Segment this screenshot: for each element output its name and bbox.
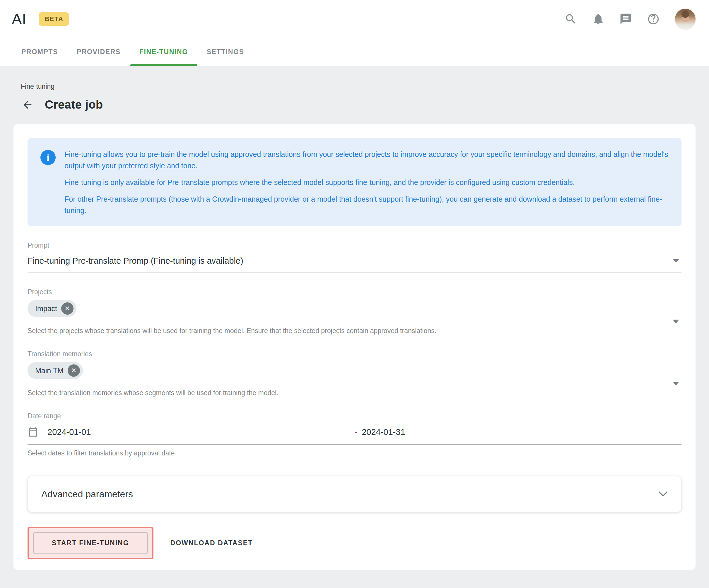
- info-icon: i: [41, 150, 56, 165]
- info-paragraph-3: For other Pre-translate prompts (those w…: [64, 193, 668, 216]
- app-logo: AI: [12, 10, 26, 28]
- start-fine-tuning-highlight: START FINE-TUNING: [28, 527, 154, 559]
- translation-memories-helper-text: Select the translation memories whose se…: [28, 389, 681, 397]
- header-icons: [564, 8, 696, 30]
- back-arrow-icon[interactable]: [21, 99, 34, 111]
- prompt-underline: [28, 272, 681, 273]
- date-from-value: 2024-01-01: [48, 427, 91, 437]
- info-paragraph-1: Fine-tuning allows you to pre-train the …: [64, 149, 668, 171]
- advanced-parameters-title: Advanced parameters: [41, 489, 658, 500]
- project-chip-label: Impact: [35, 304, 57, 313]
- translation-memory-chip-remove-icon[interactable]: ✕: [68, 364, 80, 377]
- tab-settings[interactable]: SETTINGS: [198, 38, 254, 66]
- prompt-select[interactable]: Fine-tuning Pre-translate Promp (Fine-tu…: [28, 254, 681, 268]
- app-header: AI BETA PROMPTS PROVIDERS FINE-TUNING SE…: [0, 0, 709, 66]
- prompt-field: Prompt Fine-tuning Pre-translate Promp (…: [28, 242, 681, 273]
- translation-memories-underline: [28, 384, 681, 384]
- date-range-field: Date range 2024-01-01 - 2024-01-31 Selec…: [28, 412, 681, 457]
- tab-bar: PROMPTS PROVIDERS FINE-TUNING SETTINGS: [12, 38, 709, 66]
- active-tab-underline: [130, 64, 198, 66]
- date-range-separator: -: [354, 428, 357, 437]
- date-range-underline: [28, 444, 681, 445]
- projects-chip-row[interactable]: Impact ✕: [28, 300, 681, 317]
- advanced-parameters-accordion[interactable]: Advanced parameters: [28, 476, 681, 512]
- tab-fine-tuning-label: FINE-TUNING: [139, 48, 188, 56]
- date-to-value: 2024-01-31: [362, 427, 405, 437]
- download-dataset-button[interactable]: DOWNLOAD DATASET: [167, 533, 256, 553]
- page-title: Create job: [45, 98, 103, 111]
- chevron-down-icon: [658, 491, 668, 497]
- beta-badge: BETA: [38, 12, 69, 26]
- date-to-input[interactable]: - 2024-01-31: [354, 427, 682, 437]
- project-chip: Impact ✕: [28, 300, 76, 317]
- info-paragraph-2: Fine-tuning is only available for Pre-tr…: [64, 177, 668, 188]
- info-box: i Fine-tuning allows you to pre-train th…: [28, 138, 681, 226]
- projects-caret-icon[interactable]: [673, 319, 679, 324]
- tab-prompts[interactable]: PROMPTS: [12, 38, 68, 66]
- tab-fine-tuning[interactable]: FINE-TUNING: [130, 38, 198, 66]
- translation-memories-label: Translation memories: [28, 350, 681, 358]
- header-top-row: AI BETA: [0, 0, 709, 38]
- project-chip-remove-icon[interactable]: ✕: [61, 302, 74, 315]
- date-from-input[interactable]: 2024-01-01: [28, 426, 354, 438]
- info-box-text: Fine-tuning allows you to pre-train the …: [64, 149, 668, 216]
- translation-memories-caret-icon[interactable]: [673, 382, 679, 386]
- projects-underline: [28, 321, 681, 322]
- title-row: Create job: [21, 98, 695, 111]
- date-range-helper-text: Select dates to filter translations by a…: [28, 449, 681, 457]
- projects-field: Projects Impact ✕ Select the projects wh…: [28, 288, 681, 335]
- translation-memory-chip: Main TM ✕: [28, 362, 83, 379]
- start-fine-tuning-button[interactable]: START FINE-TUNING: [33, 532, 148, 554]
- projects-label: Projects: [28, 288, 681, 296]
- breadcrumb: Fine-tuning: [21, 83, 695, 90]
- translation-memories-field: Translation memories Main TM ✕ Select th…: [28, 350, 681, 397]
- actions-row: START FINE-TUNING DOWNLOAD DATASET: [28, 527, 681, 559]
- translation-memory-chip-label: Main TM: [35, 366, 63, 375]
- prompt-label: Prompt: [28, 242, 681, 249]
- date-range-label: Date range: [28, 412, 681, 420]
- projects-helper-text: Select the projects whose translations w…: [28, 327, 681, 335]
- notifications-bell-icon[interactable]: [592, 12, 605, 25]
- date-range-row: 2024-01-01 - 2024-01-31: [28, 425, 681, 439]
- create-job-card: i Fine-tuning allows you to pre-train th…: [14, 124, 695, 570]
- tab-providers[interactable]: PROVIDERS: [68, 38, 130, 66]
- messages-chat-icon[interactable]: [620, 12, 632, 25]
- calendar-icon: [28, 426, 38, 438]
- prompt-caret-icon[interactable]: [673, 259, 679, 263]
- translation-memories-chip-row[interactable]: Main TM ✕: [28, 362, 681, 379]
- user-avatar[interactable]: [675, 8, 696, 30]
- help-icon[interactable]: [647, 12, 660, 25]
- search-icon[interactable]: [564, 12, 577, 25]
- main-content: Fine-tuning Create job i Fine-tuning all…: [0, 66, 709, 570]
